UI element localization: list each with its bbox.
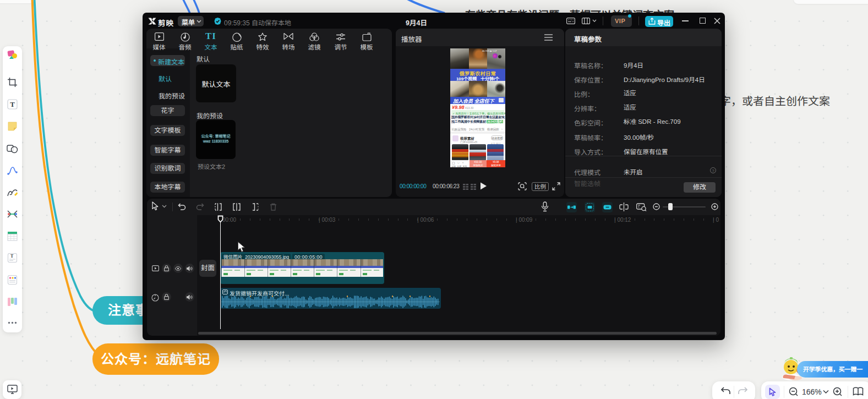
svg-text:T: T [10,100,15,108]
svg-text:T: T [10,254,14,259]
